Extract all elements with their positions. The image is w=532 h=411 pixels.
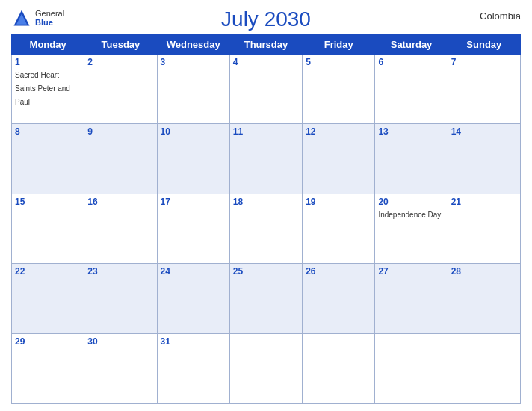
logo-general-text: General — [35, 9, 64, 18]
calendar-cell: 30 — [84, 333, 157, 403]
day-number: 17 — [161, 197, 226, 207]
day-number: 29 — [15, 336, 81, 347]
calendar-cell: 15 — [12, 194, 84, 263]
calendar-cell: 3 — [157, 55, 229, 124]
calendar-cell: 7 — [448, 55, 520, 124]
day-header-tuesday: Tuesday — [84, 35, 157, 55]
calendar-week-2: 891011121314 — [12, 124, 521, 194]
calendar-cell: 12 — [303, 124, 375, 194]
day-number: 30 — [87, 336, 153, 347]
calendar-cell: 22 — [12, 264, 84, 333]
calendar-cell: 21 — [448, 194, 520, 263]
country-label: Colombia — [480, 10, 521, 22]
logo-blue-text: Blue — [35, 18, 53, 27]
calendar-cell: 31 — [157, 333, 229, 403]
calendar-week-1: 1Sacred Heart Saints Peter and Paul23456… — [12, 55, 521, 124]
day-number: 14 — [451, 126, 517, 137]
calendar-cell: 13 — [375, 124, 448, 194]
day-number: 10 — [161, 126, 226, 137]
day-number: 15 — [15, 197, 81, 207]
logo-icon — [11, 7, 32, 28]
day-number: 18 — [233, 197, 299, 207]
calendar-cell — [448, 333, 520, 403]
calendar-cell: 9 — [84, 124, 157, 194]
day-number: 2 — [87, 57, 153, 67]
calendar-container: General Blue July 2030 Colombia MondayTu… — [0, 0, 532, 411]
day-number: 3 — [161, 57, 226, 67]
logo: General Blue — [11, 7, 64, 28]
calendar-body: 1Sacred Heart Saints Peter and Paul23456… — [12, 55, 521, 404]
calendar-cell: 24 — [157, 264, 229, 333]
day-number: 23 — [87, 266, 153, 276]
day-header-monday: Monday — [12, 35, 84, 55]
calendar-week-3: 151617181920Independence Day21 — [12, 194, 521, 263]
calendar-cell: 5 — [303, 55, 375, 124]
calendar-cell: 2 — [84, 55, 157, 124]
day-number: 20 — [378, 197, 444, 207]
day-number: 8 — [15, 126, 81, 137]
day-number: 19 — [306, 197, 371, 207]
day-header-thursday: Thursday — [229, 35, 302, 55]
day-number: 24 — [161, 266, 226, 276]
day-number: 22 — [15, 266, 81, 276]
calendar-cell: 16 — [84, 194, 157, 263]
days-of-week-row: MondayTuesdayWednesdayThursdayFridaySatu… — [12, 35, 521, 55]
calendar-cell: 8 — [12, 124, 84, 194]
day-header-saturday: Saturday — [375, 35, 448, 55]
day-number: 12 — [306, 126, 371, 137]
day-header-sunday: Sunday — [448, 35, 520, 55]
day-number: 1 — [15, 57, 81, 67]
calendar-cell: 27 — [375, 264, 448, 333]
calendar-week-5: 293031 — [12, 333, 521, 403]
calendar-cell: 28 — [448, 264, 520, 333]
calendar-cell: 1Sacred Heart Saints Peter and Paul — [12, 55, 84, 124]
day-number: 21 — [451, 197, 517, 207]
holiday-label: Independence Day — [378, 211, 441, 219]
day-number: 7 — [451, 57, 517, 67]
title-area: July 2030 — [221, 7, 311, 31]
day-number: 4 — [233, 57, 299, 67]
calendar-cell — [229, 333, 302, 403]
day-header-wednesday: Wednesday — [157, 35, 229, 55]
month-title: July 2030 — [221, 7, 311, 31]
calendar-cell: 17 — [157, 194, 229, 263]
calendar-cell: 11 — [229, 124, 302, 194]
calendar-cell: 14 — [448, 124, 520, 194]
calendar-cell — [303, 333, 375, 403]
calendar-table: MondayTuesdayWednesdayThursdayFridaySatu… — [11, 34, 521, 404]
calendar-cell: 6 — [375, 55, 448, 124]
day-number: 11 — [233, 126, 299, 137]
calendar-cell: 4 — [229, 55, 302, 124]
day-number: 9 — [87, 126, 153, 137]
calendar-week-4: 22232425262728 — [12, 264, 521, 333]
calendar-cell: 23 — [84, 264, 157, 333]
calendar-header-row: MondayTuesdayWednesdayThursdayFridaySatu… — [12, 35, 521, 55]
calendar-cell: 19 — [303, 194, 375, 263]
calendar-cell: 18 — [229, 194, 302, 263]
day-number: 6 — [378, 57, 444, 67]
logo-words: General Blue — [35, 9, 64, 27]
day-number: 28 — [451, 266, 517, 276]
day-number: 31 — [161, 336, 226, 347]
calendar-cell: 25 — [229, 264, 302, 333]
calendar-header: General Blue July 2030 Colombia — [11, 7, 521, 31]
day-header-friday: Friday — [303, 35, 375, 55]
calendar-cell: 10 — [157, 124, 229, 194]
day-number: 25 — [233, 266, 299, 276]
calendar-cell — [375, 333, 448, 403]
day-number: 26 — [306, 266, 371, 276]
day-number: 16 — [87, 197, 153, 207]
day-number: 27 — [378, 266, 444, 276]
calendar-cell: 20Independence Day — [375, 194, 448, 263]
holiday-label: Sacred Heart Saints Peter and Paul — [15, 71, 70, 106]
calendar-cell: 26 — [303, 264, 375, 333]
calendar-cell: 29 — [12, 333, 84, 403]
day-number: 5 — [306, 57, 371, 67]
day-number: 13 — [378, 126, 444, 137]
